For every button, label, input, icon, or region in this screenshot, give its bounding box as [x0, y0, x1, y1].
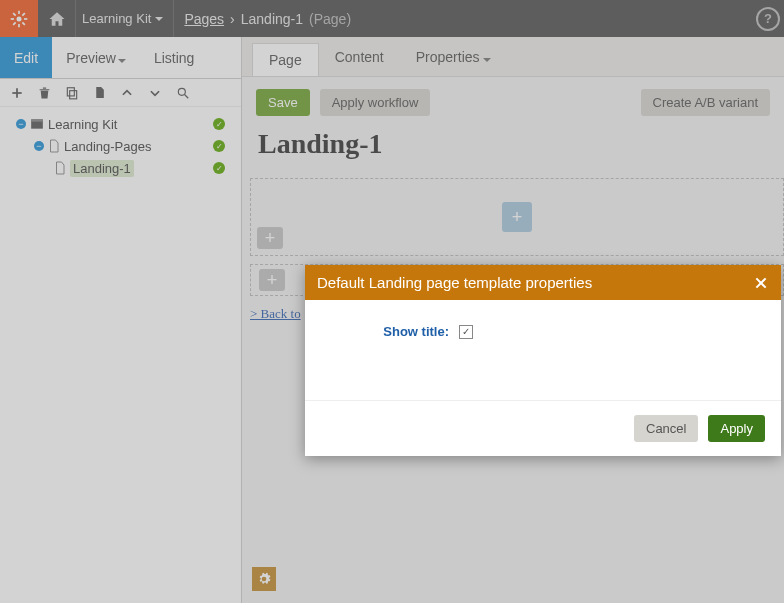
modal-body: Show title: ✓ — [305, 300, 781, 400]
field-show-title: Show title: ✓ — [329, 324, 757, 339]
show-title-checkbox[interactable]: ✓ — [459, 325, 473, 339]
modal-title: Default Landing page template properties — [317, 274, 592, 291]
field-label-show-title: Show title: — [329, 324, 449, 339]
modal-close-button[interactable] — [753, 275, 769, 291]
properties-modal: Default Landing page template properties… — [305, 265, 781, 456]
apply-button[interactable]: Apply — [708, 415, 765, 442]
modal-header: Default Landing page template properties — [305, 265, 781, 300]
modal-footer: Cancel Apply — [305, 400, 781, 456]
cancel-button[interactable]: Cancel — [634, 415, 698, 442]
close-icon — [753, 275, 769, 291]
